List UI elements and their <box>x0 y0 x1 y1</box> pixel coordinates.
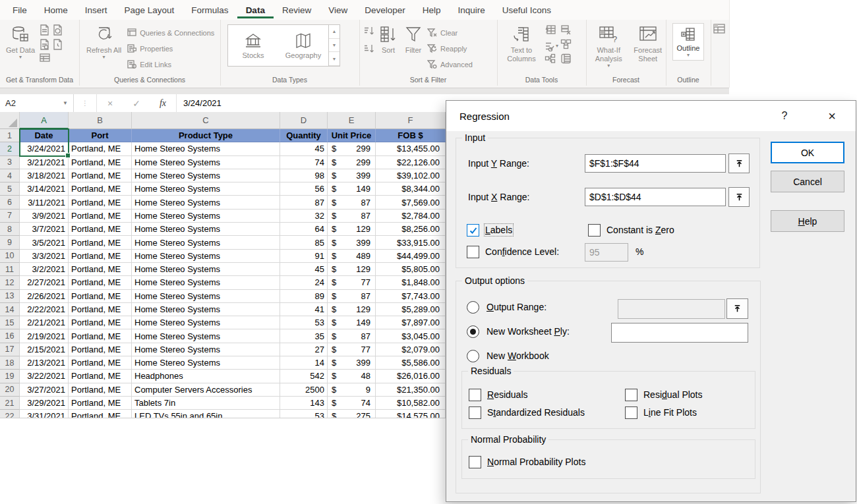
cell[interactable]: Home Stereo Systems <box>132 343 280 356</box>
tab-useful-icons[interactable]: Useful Icons <box>494 1 560 18</box>
cell[interactable]: Portland, ME <box>69 196 132 209</box>
tab-page-layout[interactable]: Page Layout <box>116 1 183 18</box>
formula-input[interactable]: 3/24/2021 <box>177 98 222 108</box>
output-range-radio[interactable] <box>467 301 479 314</box>
cell[interactable]: Home Stereo Systems <box>132 236 280 249</box>
cell[interactable]: 2/21/2021 <box>20 316 69 329</box>
column-header-f[interactable]: F <box>376 112 446 129</box>
geography-button[interactable]: Geography <box>278 25 328 66</box>
edit-links-button[interactable]: Edit Links <box>127 57 214 71</box>
header-cell[interactable]: Port <box>69 129 132 142</box>
cell[interactable]: Portland, ME <box>69 263 132 276</box>
cell[interactable]: $21,350.00 <box>376 383 446 397</box>
cell[interactable]: 85 <box>280 236 328 249</box>
sort-ascending-icon[interactable] <box>363 26 374 38</box>
cell[interactable]: $399 <box>328 356 376 370</box>
cell[interactable]: Computer Servers Accessories <box>132 383 280 397</box>
cell[interactable]: 2/22/2021 <box>20 303 69 316</box>
cell[interactable]: Portland, ME <box>69 276 132 289</box>
get-data-button[interactable]: Get Data ▾ <box>4 23 37 61</box>
new-worksheet-ply-radio[interactable] <box>467 325 479 338</box>
cell[interactable]: $39,102.00 <box>376 169 446 182</box>
cell[interactable]: $44,499.00 <box>376 250 446 263</box>
tab-help[interactable]: Help <box>414 1 450 18</box>
cell[interactable]: 2/13/2021 <box>20 356 69 370</box>
new-worksheet-ply-label[interactable]: New Worksheet Ply: <box>487 326 570 337</box>
cell[interactable]: $13,455.00 <box>376 142 446 155</box>
confidence-level-checkbox[interactable] <box>467 246 479 258</box>
cell[interactable]: $7,743.00 <box>376 290 446 303</box>
cell[interactable]: 56 <box>280 182 328 196</box>
formula-bar-grip[interactable]: ⋮ <box>74 99 96 107</box>
confidence-level-label[interactable]: Confidence Level: <box>485 246 559 257</box>
cell[interactable]: 53 <box>280 316 328 329</box>
new-workbook-label[interactable]: New Workbook <box>487 350 549 361</box>
gallery-up-button[interactable]: ▲ <box>329 25 340 39</box>
cell[interactable]: 74 <box>280 156 328 169</box>
cell[interactable]: Portland, ME <box>69 370 132 383</box>
constant-is-zero-checkbox[interactable] <box>588 224 601 237</box>
cell[interactable]: Home Stereo Systems <box>132 263 280 276</box>
clear-filter-button[interactable]: Clear <box>427 26 473 40</box>
cell[interactable]: $275 <box>328 410 376 418</box>
cell[interactable]: 3/27/2021 <box>20 383 69 397</box>
cell[interactable]: 2/27/2021 <box>20 276 69 289</box>
cell[interactable]: 3/11/2021 <box>20 196 69 209</box>
reapply-filter-button[interactable]: Reapply <box>427 42 473 55</box>
cell[interactable]: Portland, ME <box>69 156 132 169</box>
worksheet-grid[interactable]: ABCDEF1DatePortProduct TypeQuantityUnit … <box>0 112 446 418</box>
row-number[interactable]: 9 <box>0 236 20 249</box>
dialog-help-icon[interactable]: ? <box>775 107 794 125</box>
cell[interactable]: $9 <box>328 383 376 397</box>
row-number[interactable]: 12 <box>0 276 20 289</box>
help-button[interactable]: Help <box>771 210 844 232</box>
cell[interactable]: 2/26/2021 <box>20 290 69 303</box>
cell[interactable]: LED TVs 55in and 65in <box>132 410 280 418</box>
cell[interactable]: Home Stereo Systems <box>132 329 280 343</box>
residual-plots-checkbox[interactable] <box>625 389 637 401</box>
row-number[interactable]: 3 <box>0 156 20 169</box>
cell[interactable]: Portland, ME <box>69 397 132 410</box>
row-number[interactable]: 16 <box>0 329 20 343</box>
cell[interactable]: $77 <box>328 343 376 356</box>
consolidate-icon[interactable] <box>560 39 576 53</box>
cell[interactable]: $129 <box>328 303 376 316</box>
tab-inquire[interactable]: Inquire <box>450 1 494 18</box>
cell[interactable]: Home Stereo Systems <box>132 316 280 329</box>
cell[interactable]: $1,848.00 <box>376 276 446 289</box>
insert-function-icon[interactable]: fx <box>150 98 176 109</box>
cell[interactable]: 2/19/2021 <box>20 329 69 343</box>
cell[interactable]: $87 <box>328 210 376 223</box>
cell[interactable]: $8,256.00 <box>376 223 446 236</box>
cell[interactable]: 24 <box>280 276 328 289</box>
header-cell[interactable]: Quantity <box>280 129 328 142</box>
cell[interactable]: 87 <box>280 196 328 209</box>
new-worksheet-ply-field[interactable] <box>611 323 748 343</box>
cell[interactable]: $299 <box>328 156 376 169</box>
row-number[interactable]: 21 <box>0 397 20 410</box>
tab-review[interactable]: Review <box>274 1 320 18</box>
labels-label[interactable]: Labels <box>485 225 512 235</box>
cell[interactable]: 45 <box>280 142 328 155</box>
new-workbook-radio[interactable] <box>467 350 479 362</box>
from-table-range-icon[interactable] <box>40 39 53 53</box>
cell[interactable]: $5,289.00 <box>376 303 446 316</box>
cell[interactable]: Portland, ME <box>69 329 132 343</box>
row-number[interactable]: 20 <box>0 383 20 397</box>
labels-checkbox[interactable] <box>467 224 479 237</box>
from-text-csv-icon[interactable] <box>40 24 53 39</box>
cancel-icon[interactable]: × <box>97 98 123 109</box>
residuals-checkbox[interactable] <box>469 389 481 401</box>
cell[interactable]: $7,897.00 <box>376 316 446 329</box>
cell[interactable]: $7,569.00 <box>376 196 446 209</box>
input-y-range-picker-button[interactable] <box>728 154 750 173</box>
manage-data-model-icon[interactable] <box>560 53 576 68</box>
cell[interactable]: 143 <box>280 397 328 410</box>
cell[interactable]: Portland, ME <box>69 303 132 316</box>
cell[interactable]: 41 <box>280 303 328 316</box>
refresh-all-button[interactable]: Refresh All ▾ <box>84 23 123 61</box>
row-number[interactable]: 17 <box>0 343 20 356</box>
cell[interactable]: Portland, ME <box>69 290 132 303</box>
cell[interactable]: 2500 <box>280 383 328 397</box>
cell[interactable]: $149 <box>328 182 376 196</box>
